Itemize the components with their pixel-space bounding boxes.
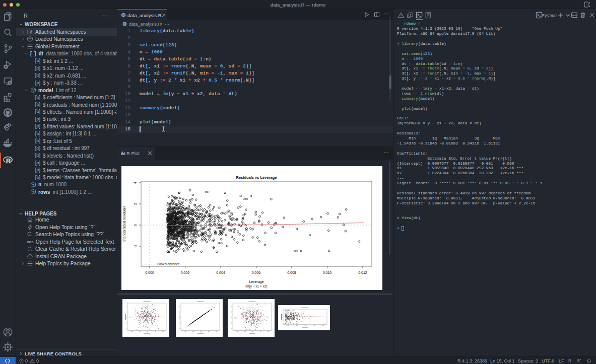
svg-text:439: 439 — [293, 249, 298, 252]
svg-text:265: 265 — [243, 197, 248, 200]
svg-text:2: 2 — [134, 203, 137, 205]
svg-text:Residuals vs Leverage: Residuals vs Leverage — [236, 175, 277, 180]
svg-text:-2: -2 — [134, 245, 137, 248]
svg-text:0.006: 0.006 — [252, 271, 261, 274]
svg-text:0.002: 0.002 — [181, 271, 190, 274]
svg-text:0.010: 0.010 — [323, 271, 332, 274]
svg-text:lm(y ~ x1 + x2): lm(y ~ x1 + x2) — [246, 284, 268, 288]
svg-text:0: 0 — [134, 224, 137, 226]
svg-text:0.008: 0.008 — [287, 271, 296, 274]
svg-text:0.012: 0.012 — [358, 271, 367, 274]
svg-text:Cook's distance: Cook's distance — [157, 262, 180, 266]
svg-text:4: 4 — [134, 182, 137, 184]
svg-text:Standardized residuals: Standardized residuals — [122, 205, 126, 242]
svg-text:0.004: 0.004 — [216, 271, 225, 274]
svg-text:Leverage: Leverage — [249, 280, 263, 284]
svg-text:867: 867 — [205, 190, 210, 193]
svg-text:0.000: 0.000 — [145, 271, 154, 274]
